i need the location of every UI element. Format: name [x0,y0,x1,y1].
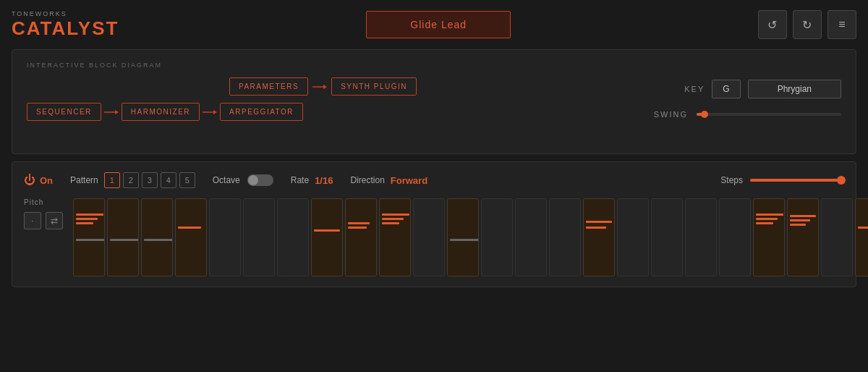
step-cell[interactable] [515,198,547,276]
pattern-buttons: 1 2 3 4 5 [104,172,195,188]
swing-label: SWING [654,110,688,119]
svg-marker-1 [323,85,327,89]
pitch-icon-btn-2[interactable]: ⇄ [46,212,63,229]
power-icon[interactable]: ⏻ [24,174,35,187]
pattern-btn-3[interactable]: 3 [142,172,158,188]
undo-button[interactable]: ↺ [758,10,787,39]
pitch-icon-btn-1[interactable]: · [24,212,41,229]
step-cell[interactable] [549,198,581,276]
step-cell[interactable] [379,198,411,276]
brand-top: TONEWORKS [12,10,119,17]
step-cell[interactable] [175,198,207,276]
seq-controls: ⏻ On Pattern 1 2 3 4 5 Octave Rate 1/16 … [24,172,844,188]
header: TONEWORKS CATALYST Glide Lead ↺ ↻ ≡ [0,0,868,49]
pattern-btn-2[interactable]: 2 [123,172,139,188]
direction-value[interactable]: Forward [391,175,427,186]
step-cell[interactable] [107,198,139,276]
steps-label: Steps [720,175,743,185]
steps-group: Steps [720,175,844,185]
mode-button[interactable]: Phrygian [748,80,841,98]
step-cell[interactable] [481,198,513,276]
step-cell[interactable] [141,198,173,276]
redo-button[interactable]: ↻ [793,10,822,39]
rate-label: Rate [291,175,309,185]
step-cell[interactable] [719,198,751,276]
step-cell[interactable] [651,198,683,276]
pattern-btn-4[interactable]: 4 [161,172,176,188]
octave-label: Octave [213,175,240,185]
step-cell[interactable] [583,198,615,276]
preset-button[interactable]: Glide Lead [366,11,511,38]
step-cell[interactable] [209,198,241,276]
harmonizer-block[interactable]: HARMONIZER [122,103,200,121]
swing-slider[interactable] [697,113,841,116]
pitch-sidebar: Pitch · ⇄ [24,198,63,229]
swing-row: SWING [654,110,841,119]
step-cell[interactable] [821,198,853,276]
svg-marker-5 [213,110,217,114]
step-cell[interactable] [685,198,717,276]
step-cell[interactable] [243,198,275,276]
key-row: KEY G Phrygian [684,80,841,98]
pattern-btn-1[interactable]: 1 [104,172,120,188]
parameters-block[interactable]: PARAMETERS [229,77,308,96]
key-label: KEY [684,85,705,93]
steps-slider[interactable] [750,179,844,182]
pattern-group: Pattern 1 2 3 4 5 [70,172,195,188]
step-cell[interactable] [617,198,649,276]
octave-group: Octave [213,174,273,186]
step-cell[interactable] [447,198,479,276]
synth-plugin-block[interactable]: SYNTH PLUGIN [331,77,417,96]
key-section: KEY G Phrygian SWING [654,80,841,119]
pattern-btn-5[interactable]: 5 [179,172,195,188]
step-cell[interactable] [413,198,445,276]
octave-toggle[interactable] [247,174,273,186]
block-diagram-label: INTERACTIVE BLOCK DIAGRAM [27,62,841,69]
step-cell[interactable] [73,198,105,276]
brand-main: CATALYST [12,17,119,40]
rate-group: Rate 1/16 [291,175,333,186]
pattern-label: Pattern [70,175,98,185]
step-cell[interactable] [855,198,868,276]
step-cell[interactable] [787,198,819,276]
step-cell[interactable] [753,198,785,276]
power-group: ⏻ On [24,174,53,187]
header-controls: ↺ ↻ ≡ [758,10,856,39]
on-text: On [40,175,53,186]
steps-container [73,198,868,276]
svg-marker-3 [115,110,119,114]
menu-button[interactable]: ≡ [827,10,856,39]
step-cell[interactable] [311,198,343,276]
pitch-icons: · ⇄ [24,212,63,229]
sequencer-section: ⏻ On Pattern 1 2 3 4 5 Octave Rate 1/16 … [12,161,856,287]
logo-area: TONEWORKS CATALYST [12,10,119,40]
arpeggiator-block[interactable]: ARPEGGIATOR [220,103,303,121]
pitch-label: Pitch [24,198,63,206]
direction-group: Direction Forward [350,175,427,186]
step-cell[interactable] [345,198,377,276]
block-diagram-section: INTERACTIVE BLOCK DIAGRAM PARAMETERS SYN… [12,49,856,154]
key-value-button[interactable]: G [712,80,740,98]
direction-label: Direction [350,175,384,185]
sequencer-block[interactable]: SEQUENCER [27,103,101,121]
rate-value[interactable]: 1/16 [315,175,333,186]
step-cell[interactable] [277,198,309,276]
